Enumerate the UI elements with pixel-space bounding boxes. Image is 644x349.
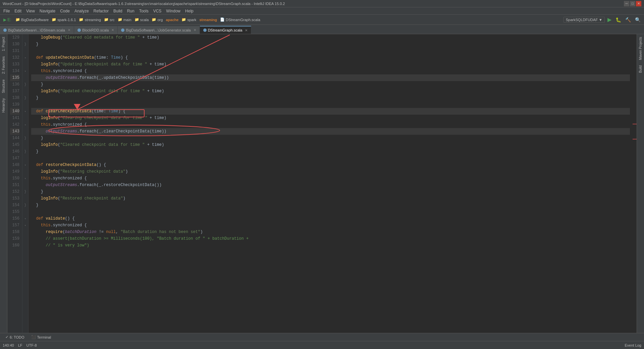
toolbar-project-icon[interactable]: ▶ E: (2, 17, 13, 23)
code-line-134: this.synchronized { (31, 68, 630, 74)
ruler-mark-2 (633, 139, 637, 139)
gutter-153 (22, 195, 28, 202)
title-bar: WordCount - [D:\IdeaProjects\WordCount] … (0, 0, 644, 7)
ln-145: 145 (10, 141, 19, 148)
menu-build[interactable]: Build (111, 8, 124, 14)
tab-blockrdd-close[interactable]: ✕ (111, 28, 114, 32)
gutter-136: } (22, 81, 28, 88)
gutter-149 (22, 168, 28, 175)
tab-jobgenerator-close[interactable]: ✕ (194, 28, 196, 32)
status-event-log[interactable]: Event Log (625, 343, 641, 347)
menu-analyze[interactable]: Analyze (72, 8, 91, 14)
menu-code[interactable]: Code (58, 8, 72, 14)
search-button[interactable]: 🔍 (634, 16, 642, 23)
code-line-154: } (31, 202, 630, 209)
minimize-button[interactable]: ─ (624, 1, 629, 6)
tab-terminal[interactable]: ⬛ Terminal (29, 334, 54, 340)
gutter: } ▾ ▾ } } ▾ ▾ } } ▾ ▾ (22, 34, 29, 333)
menu-window[interactable]: Window (164, 8, 182, 14)
sidebar-structure[interactable]: Structure (1, 78, 6, 95)
ln-155: 155 (10, 209, 19, 215)
code-line-149: logInfo("Restoring checkpoint data") (31, 168, 630, 175)
gutter-154: } (22, 202, 28, 209)
ln-133: 133 (10, 61, 19, 68)
code-line-146: } (31, 148, 630, 155)
toolbar: ▶ E: 📁 BigDataSoftware 📁 spark-1.6.1 📁 s… (0, 15, 644, 25)
menu-tools[interactable]: Tools (137, 8, 151, 14)
tabs-bar: BigDataSoftware\...\DStream.scala ✕ Bloc… (0, 25, 644, 34)
ln-137: 137 (10, 88, 19, 95)
code-line-135: outputStreams.foreach(_.updateCheckpoint… (31, 74, 630, 81)
tab-dstream-close[interactable]: ✕ (68, 28, 70, 32)
maximize-button[interactable]: □ (630, 1, 635, 6)
gutter-155 (22, 209, 28, 215)
tab-jobgenerator[interactable]: BigDataSoftware\...\JobGenerator.scala ✕ (118, 26, 200, 34)
sidebar-hierarchy[interactable]: Hierarchy (1, 97, 6, 114)
window-title: WordCount - [D:\IdeaProjects\WordCount] … (3, 2, 285, 6)
ln-152: 152 (10, 188, 19, 195)
menu-navigate[interactable]: Navigate (38, 8, 57, 14)
run-config-label: SparkSQLDFUDAF (566, 18, 598, 22)
sidebar-build[interactable]: Build (638, 64, 643, 74)
ln-154: 154 (10, 202, 19, 209)
menu-view[interactable]: View (24, 8, 37, 14)
vertical-scrollbar[interactable] (633, 34, 637, 333)
gutter-134: ▾ (22, 68, 28, 74)
tab-dstreamgraph[interactable]: DStreamGraph.scala ✕ (200, 26, 252, 34)
menu-help[interactable]: Help (183, 8, 196, 14)
tab-todo[interactable]: ✓ 6: TODO (3, 334, 27, 340)
close-button[interactable]: ✕ (636, 1, 641, 6)
toolbar-breadcrumb: 📁 BigDataSoftware 📁 spark-1.6.1 📁 stream… (14, 17, 262, 22)
ln-136: 136 (10, 81, 19, 88)
code-line-130: } (31, 41, 630, 48)
tab-todo-label: 6: TODO (10, 335, 24, 339)
code-line-145: logInfo("Cleared checkpoint data for tim… (31, 141, 630, 148)
gutter-158 (22, 229, 28, 235)
ln-131: 131 (10, 48, 19, 54)
menu-file[interactable]: File (1, 8, 12, 14)
ln-134: 134 (10, 68, 19, 74)
todo-icon: ✓ (5, 335, 8, 339)
debug-button[interactable]: 🐛 (614, 16, 623, 23)
build-button[interactable]: 🔨 (624, 16, 632, 23)
menu-vcs[interactable]: VCS (151, 8, 164, 14)
ln-142: 142 (10, 121, 19, 128)
menu-run[interactable]: Run (125, 8, 137, 14)
gutter-140: ▾ (22, 108, 28, 115)
code-line-144: } (31, 135, 630, 141)
sidebar-favorites[interactable]: 2: Favorites (1, 55, 6, 75)
tab-dstreamgraph-label: DStreamGraph.scala (208, 28, 243, 32)
gutter-133 (22, 61, 28, 68)
gutter-131 (22, 48, 28, 54)
status-encoding: UTF-8 (26, 343, 37, 347)
ln-156: 156 (10, 215, 19, 222)
run-config-selector[interactable]: SparkSQLDFUDAF ▼ (564, 17, 605, 23)
menu-refactor[interactable]: Refactor (92, 8, 111, 14)
ln-130: 130 (10, 41, 19, 48)
code-content[interactable]: logDebug("Cleared old metadata for time … (29, 34, 633, 333)
ln-129: 129 (10, 34, 19, 41)
gutter-152: } (22, 188, 28, 195)
gutter-130: } (22, 41, 28, 48)
code-line-140: def clearCheckpointData(time: Time) { (31, 108, 630, 115)
code-line-143: outputStreams.foreach(_.clearCheckpointD… (31, 128, 630, 135)
gutter-144: } (22, 135, 28, 141)
sidebar-maven[interactable]: Maven Projects (638, 36, 643, 61)
tab-dstream[interactable]: BigDataSoftware\...\DStream.scala ✕ (0, 26, 74, 34)
code-line-159: // assert(batchDuration >= Milliseconds(… (31, 235, 630, 242)
tab-dstream-label: BigDataSoftware\...\DStream.scala (8, 28, 65, 32)
code-line-152: } (31, 188, 630, 195)
sidebar-project[interactable]: 1: Project (1, 36, 6, 52)
ruler-mark-1 (633, 124, 637, 124)
menu-edit[interactable]: Edit (12, 8, 23, 14)
code-line-141: logInfo("Clearing checkpoint data for ti… (31, 115, 630, 121)
ln-149: 149 (10, 168, 19, 175)
tab-blockrdd[interactable]: BlockRDD.scala ✕ (74, 26, 118, 34)
run-button[interactable]: ▶ (606, 16, 613, 23)
terminal-icon: ⬛ (31, 335, 36, 339)
code-line-138: } (31, 95, 630, 101)
tab-dstreamgraph-close[interactable]: ✕ (245, 28, 248, 32)
gutter-137 (22, 88, 28, 95)
ln-135: 135 (10, 74, 19, 81)
code-line-133: logInfo("Updating checkpoint data for ti… (31, 61, 630, 68)
